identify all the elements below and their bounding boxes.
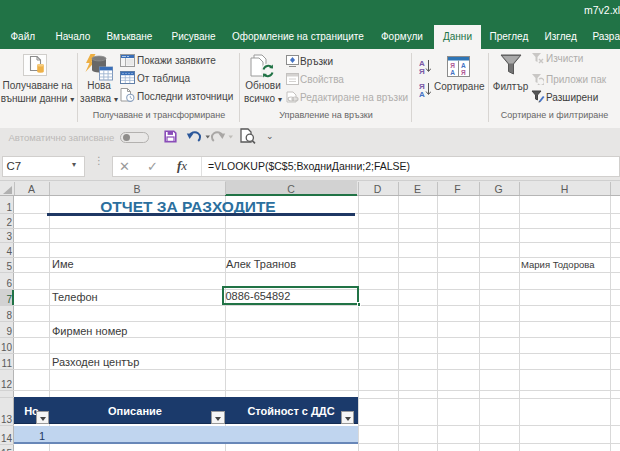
- svg-text:Я: Я: [419, 67, 425, 74]
- svg-text:А: А: [419, 90, 425, 97]
- svg-text:Я: Я: [461, 69, 466, 76]
- svg-text:Я: Я: [450, 62, 455, 69]
- svg-text:А: А: [461, 62, 466, 69]
- svg-text:А: А: [450, 69, 455, 76]
